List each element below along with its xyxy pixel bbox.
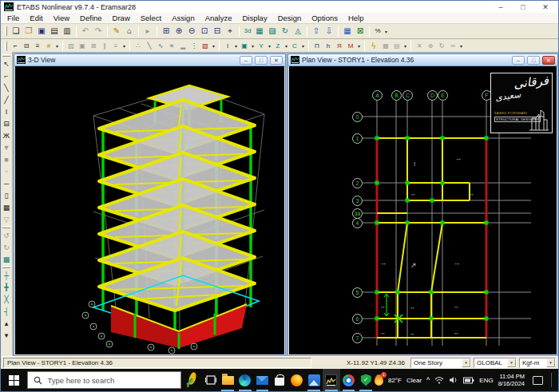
caret-icon[interactable]: ▾: [356, 43, 362, 49]
toolbar-overflow-icon[interactable]: ▾: [383, 29, 389, 34]
plan-view-canvas[interactable]: ↕↔ ↔↔ ↔↗↔ ↔↔↔ ↔↔↔ A B C D E F 0 1 2 3: [289, 66, 557, 354]
draw-line-icon[interactable]: ╲: [2, 82, 12, 94]
grid-bubble-row-2[interactable]: 2: [352, 178, 363, 188]
grid-bubble-row-5[interactable]: 5: [352, 287, 363, 298]
more-c-icon[interactable]: ▾: [211, 43, 216, 49]
grid-bubble-row-7[interactable]: 7: [352, 333, 363, 343]
more-a-icon[interactable]: ▾: [54, 43, 60, 49]
3d-minimize-button[interactable]: –: [240, 56, 252, 65]
language-indicator[interactable]: ENG: [479, 377, 493, 384]
quick-draw-line-icon[interactable]: ╱: [2, 94, 12, 106]
menu-options[interactable]: Options: [311, 14, 338, 22]
3d-view-canvas[interactable]: [15, 66, 284, 354]
lock-model-icon[interactable]: ⌂: [123, 26, 136, 38]
grid-bubble-col-d[interactable]: D: [427, 90, 438, 101]
extend-tool-icon[interactable]: ┤: [2, 306, 12, 318]
tray-expand-chevron[interactable]: ^: [426, 376, 430, 384]
pan-icon[interactable]: ⌖: [224, 26, 236, 38]
toolbar-grip[interactable]: [2, 54, 10, 57]
menu-define[interactable]: Define: [80, 14, 101, 22]
grid-bubble-row-1[interactable]: 1: [352, 133, 363, 144]
edit-reference-planes-icon[interactable]: ⊟: [21, 40, 32, 52]
toolbar-grip[interactable]: [5, 26, 7, 36]
caret-icon[interactable]: ▾: [267, 43, 272, 49]
draw-secondary-beams-icon[interactable]: Ж: [2, 130, 12, 142]
zoom-in-icon[interactable]: ⊕: [172, 26, 185, 38]
assign-percent-icon[interactable]: %: [372, 26, 383, 38]
show-forces-icon[interactable]: ⋮: [188, 40, 200, 52]
restore-full-view-icon[interactable]: ⊡: [198, 26, 211, 38]
pause-run-icon[interactable]: ∥: [99, 40, 110, 52]
snap-a-icon[interactable]: ↺: [2, 230, 12, 242]
plan-maximize-button[interactable]: □: [527, 56, 540, 65]
set-intervals-icon[interactable]: ▦: [341, 26, 354, 38]
set-display-options-icon[interactable]: ⊠: [354, 26, 367, 38]
move-up-icon[interactable]: ⇧: [310, 26, 323, 38]
menu-file[interactable]: File: [7, 14, 19, 22]
define-slab-sections-icon[interactable]: ▣: [239, 40, 250, 52]
maximize-button[interactable]: □: [513, 3, 533, 11]
3d-view-titlebar[interactable]: 3-D View – □ ✕: [14, 54, 285, 66]
quick-draw-line-icon[interactable]: ╲: [144, 40, 155, 52]
move-down-icon[interactable]: ⇩: [323, 26, 335, 38]
etabs-taskbar-button[interactable]: [323, 369, 340, 391]
print-tables-icon[interactable]: ▥: [61, 26, 73, 38]
units-dropdown[interactable]: Kgf-m ▾: [519, 358, 556, 368]
caret-icon[interactable]: ▾: [250, 43, 256, 49]
define-wall-sections-icon[interactable]: C: [289, 40, 300, 52]
grid-bubble-row-0[interactable]: 0: [352, 112, 363, 122]
list-tables-icon[interactable]: ≡: [110, 40, 121, 52]
define-frame-sections-icon[interactable]: I: [222, 40, 233, 52]
frame-shape-h-icon[interactable]: h: [323, 40, 334, 52]
frame-shape-ya-icon[interactable]: Я: [334, 40, 345, 52]
quick-draw-area-icon[interactable]: ▫: [2, 166, 12, 178]
menu-edit[interactable]: Edit: [30, 14, 42, 22]
grid-bubble-col-c[interactable]: C: [402, 90, 413, 101]
caret-icon[interactable]: ▾: [283, 43, 289, 49]
network-icon[interactable]: [434, 376, 444, 384]
dropdown-arrow-icon[interactable]: ▾: [462, 358, 470, 367]
pointer-tool-icon[interactable]: ↖: [2, 58, 12, 70]
show-deformed-shape-icon[interactable]: ∿: [155, 40, 166, 52]
redo-icon[interactable]: ↷: [92, 26, 105, 38]
locate-grid-icon[interactable]: ⌐: [10, 40, 21, 52]
join-tool-icon[interactable]: ╋: [2, 282, 12, 294]
previous-zoom-icon[interactable]: ⊟: [211, 26, 224, 38]
edit-reference-lines-icon[interactable]: ≡: [32, 40, 43, 52]
minimize-button[interactable]: –: [491, 3, 510, 11]
clock[interactable]: 11:04 PM 8/16/2024: [498, 373, 525, 387]
rotate-3d-view-icon[interactable]: ↻: [279, 26, 291, 38]
dropdown-arrow-icon[interactable]: ▾: [507, 358, 516, 367]
show-mode-shape-icon[interactable]: ≈: [166, 40, 177, 52]
plan-minimize-button[interactable]: –: [512, 56, 525, 65]
trim-tool-icon[interactable]: ╳: [2, 294, 12, 306]
menu-view[interactable]: View: [54, 14, 69, 22]
quick-draw-point-icon[interactable]: ∴: [133, 40, 144, 52]
search-highlight-corn-icon[interactable]: [181, 369, 202, 391]
perspective-toggle-icon[interactable]: ◬: [291, 26, 304, 38]
plan-view-icon[interactable]: ▦: [253, 26, 266, 38]
taskbar-search[interactable]: Type here to search: [27, 371, 181, 389]
frame-shape-m-icon[interactable]: M: [345, 40, 356, 52]
design-steel-icon[interactable]: ▤: [391, 40, 402, 52]
menu-design[interactable]: Design: [278, 14, 302, 22]
toolbar-scroll-up-icon[interactable]: ▴: [2, 318, 12, 330]
start-button[interactable]: [1, 369, 27, 391]
weather-icon[interactable]: 1: [375, 374, 383, 386]
edit-pencil-icon[interactable]: ✎: [110, 26, 123, 38]
show-desktop-button[interactable]: [551, 373, 553, 387]
mesh-area-icon[interactable]: ▦: [2, 202, 12, 214]
more-b-icon[interactable]: ▾: [121, 43, 127, 49]
grid-bubble-col-a[interactable]: A: [372, 90, 383, 101]
design-concrete-icon[interactable]: ▦: [380, 40, 391, 52]
firefox-button[interactable]: [288, 369, 306, 391]
menu-draw[interactable]: Draw: [113, 14, 130, 22]
show-grid-icon[interactable]: ▧: [65, 40, 77, 52]
antivirus-button[interactable]: ✓: [357, 369, 375, 391]
mail-button[interactable]: [254, 369, 272, 391]
more-d-icon[interactable]: ▾: [402, 43, 408, 49]
caret-icon[interactable]: ▾: [300, 43, 306, 49]
guide-tool-icon[interactable]: #: [43, 40, 54, 52]
draw-rect-area-icon[interactable]: ■: [2, 154, 12, 166]
snap-b-icon[interactable]: ↻: [2, 242, 12, 254]
